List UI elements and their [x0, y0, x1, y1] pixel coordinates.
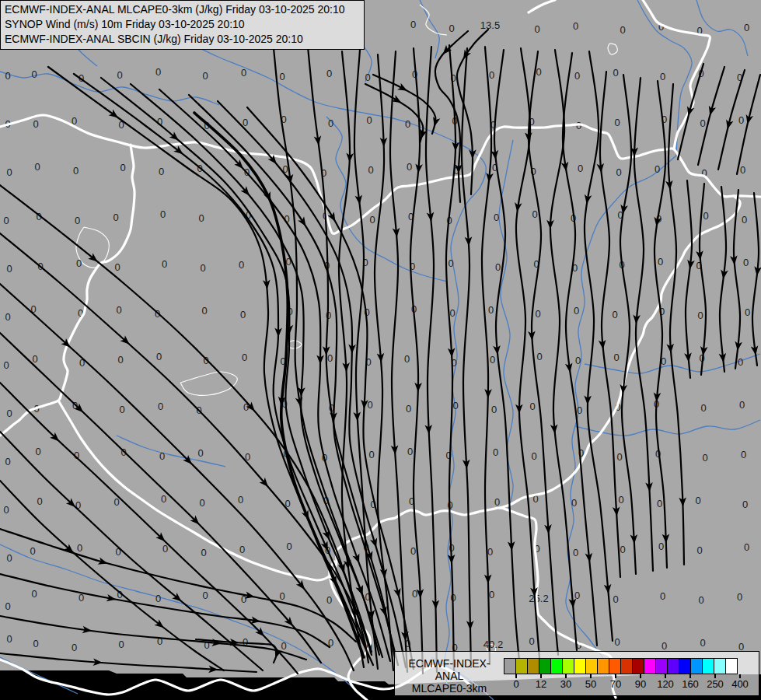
station-value: 0 [240, 309, 246, 320]
station-value: 0 [613, 352, 619, 363]
station-value: 0 [242, 352, 247, 363]
map-title-box: ECMWF-INDEX-ANAL MLCAPE0-3km (J/kg) Frid… [0, 0, 365, 50]
station-value: 0 [117, 354, 123, 366]
station-value: 0 [407, 161, 412, 173]
station-value: 0 [655, 163, 660, 175]
station-value: 0 [745, 306, 750, 318]
station-value: 0 [5, 311, 10, 323]
station-value: 0 [114, 261, 120, 273]
legend-units: J/kg [395, 697, 504, 700]
station-value: 0 [578, 163, 583, 174]
station-value: 0 [6, 263, 12, 275]
station-value: 0 [490, 354, 495, 366]
station-value: 0 [493, 446, 498, 458]
station-value: 0 [571, 497, 577, 509]
station-value: 0 [410, 19, 416, 30]
station-value: 0 [30, 545, 35, 557]
station-value: 0 [72, 642, 77, 653]
station-value: 0 [156, 351, 162, 362]
station-value: 0 [367, 399, 372, 411]
station-value: 0 [573, 20, 578, 32]
station-value: 0 [241, 67, 246, 79]
station-value: 0 [406, 403, 411, 415]
weather-map-stage: 0013.50000000000000000000000000000000000… [0, 0, 761, 700]
station-value: 0 [326, 594, 332, 606]
station-value: 0 [37, 495, 42, 507]
station-value: 0 [239, 544, 245, 555]
station-value: 0 [620, 24, 625, 36]
station-value: 0 [159, 450, 165, 462]
station-value: 0 [489, 589, 494, 600]
legend-tick-value: 90 [635, 678, 646, 690]
legend-swatch [515, 658, 528, 674]
station-value: 0 [534, 23, 539, 35]
station-value: 0 [368, 164, 373, 176]
map-canvas: 0013.50000000000000000000000000000000000… [0, 0, 761, 700]
station-value: 0 [76, 257, 82, 269]
legend-subtitle: MLCAPE0-3km [395, 682, 504, 695]
station-value: 0 [742, 499, 748, 510]
station-value: 0 [161, 493, 166, 505]
station-value: 0 [31, 588, 37, 600]
station-value: 0 [536, 66, 541, 78]
station-value: 0 [448, 257, 453, 269]
station-value: 0 [738, 356, 743, 368]
legend-swatch [679, 658, 691, 674]
station-value: 0 [238, 494, 243, 506]
title-line-mlcape: ECMWF-INDEX-ANAL MLCAPE0-3km (J/kg) Frid… [5, 2, 360, 17]
legend-tick-value: 50 [585, 678, 596, 690]
station-value: 0 [410, 545, 416, 557]
station-value: 0 [113, 212, 118, 223]
station-value: 0 [618, 494, 623, 506]
station-value: 0 [286, 541, 291, 552]
legend-swatch [585, 658, 598, 674]
station-value: 0 [119, 404, 124, 415]
station-value: 0 [613, 593, 618, 605]
station-value: 0 [202, 590, 208, 601]
station-value: 0 [658, 256, 663, 268]
station-value: 0 [452, 400, 458, 411]
station-value: 0 [662, 640, 667, 652]
legend-swatch [562, 658, 574, 674]
station-value: 0 [616, 451, 622, 463]
station-value: 0 [5, 70, 10, 82]
station-value: 0 [35, 446, 40, 457]
station-value: 0 [6, 408, 12, 419]
station-value: 0 [529, 401, 535, 412]
station-value: 0 [3, 359, 9, 371]
station-value: 0 [365, 72, 370, 83]
station-value: 0 [279, 71, 285, 82]
station-value: 0 [744, 22, 749, 33]
legend-box: ECMWF-INDEX-ANAL MLCAPE0-3km J/kg 012305… [394, 651, 759, 696]
station-value: 0 [494, 212, 499, 223]
station-value: 0 [116, 304, 121, 316]
station-value: 0 [744, 541, 749, 553]
station-value: 0 [742, 214, 747, 226]
legend-title: ECMWF-INDEX-ANAL [395, 657, 504, 682]
station-value: 0 [695, 495, 700, 506]
station-value: 0 [657, 498, 662, 509]
station-value: 0 [703, 210, 708, 222]
legend-swatch [597, 658, 609, 674]
station-value: 0 [369, 214, 375, 226]
legend-tick-labels: 01230507090120160250400 [504, 674, 752, 693]
station-value: 0 [449, 23, 454, 34]
station-value: 0 [449, 307, 455, 319]
station-value: 0 [33, 118, 38, 130]
station-value: 0 [739, 399, 745, 411]
station-value: 0 [162, 258, 167, 270]
legend-colorbar [504, 658, 738, 674]
station-value: 0 [6, 552, 12, 564]
station-value: 0 [491, 404, 497, 415]
station-value: 0 [6, 166, 12, 178]
station-value: 0 [118, 639, 124, 650]
station-value: 0 [5, 456, 10, 467]
legend-swatch [539, 658, 551, 674]
title-line-sbcin: ECMWF-INDEX-ANAL SBCIN (J/kg) Friday 03-… [5, 32, 360, 47]
title-line-synop-wind: SYNOP Wind (m/s) 10m Friday 03-10-2025 2… [5, 17, 360, 32]
legend-tick-value: 0 [513, 678, 518, 690]
station-value: 0 [198, 212, 204, 224]
station-value: 0 [532, 208, 537, 220]
station-value: 0 [158, 401, 163, 412]
station-value: 0 [614, 117, 620, 128]
